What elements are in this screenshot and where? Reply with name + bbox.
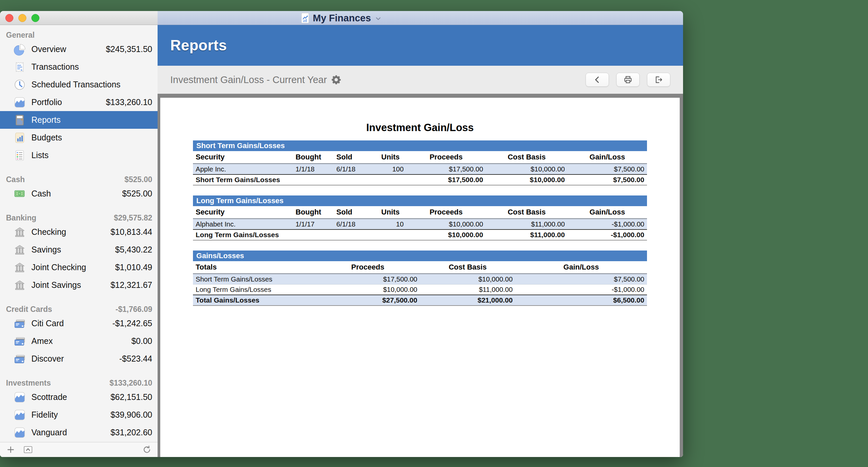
export-icon — [654, 75, 663, 84]
sidebar-item-scheduled-transactions[interactable]: Scheduled Transactions — [0, 76, 158, 93]
gear-icon[interactable] — [331, 74, 342, 85]
app-window: My Finances General Overview $245,351.50… — [0, 11, 683, 457]
column-header-cost-basis: Cost Basis — [486, 206, 567, 219]
bank-icon — [13, 226, 26, 238]
clock-icon — [13, 78, 26, 91]
report-title-group: Investment Gain/Loss - Current Year — [170, 74, 586, 86]
table-row: Short Term Gains/Losses$17,500.00$10,000… — [193, 274, 647, 285]
sidebar-section-header: General — [0, 30, 158, 40]
page-title: Reports — [170, 37, 227, 54]
sidebar-section-header: Cash $525.00 — [0, 174, 158, 185]
sidebar-item-amex[interactable]: Amex $0.00 — [0, 332, 158, 350]
sidebar-item-transactions[interactable]: Transactions — [0, 58, 158, 76]
column-header-units: Units — [375, 151, 406, 164]
section-label: Banking — [6, 213, 114, 223]
column-header-sold: Sold — [334, 151, 375, 164]
sidebar-item-vanguard[interactable]: Vanguard $31,202.60 — [0, 424, 158, 441]
sidebar-item-budgets[interactable]: Budgets — [0, 129, 158, 146]
bank-icon — [13, 279, 26, 292]
column-header-cost-basis: Cost Basis — [486, 151, 567, 164]
column-header-proceeds: Proceeds — [406, 151, 486, 164]
calculator-icon — [13, 114, 26, 126]
sidebar-item-amount: $5,430.22 — [115, 245, 152, 255]
titlebar[interactable]: My Finances — [0, 11, 683, 25]
area-chart-icon — [13, 426, 26, 439]
table-total-row: Total Gains/Losses$27,500.00$21,000.00$6… — [193, 295, 647, 305]
refresh-button[interactable] — [142, 445, 152, 454]
report-heading: Investment Gain/Loss — [160, 122, 680, 134]
sidebar-item-overview[interactable]: Overview $245,351.50 — [0, 40, 158, 58]
window-body: General Overview $245,351.50 Transaction… — [0, 25, 683, 457]
column-header-bought: Bought — [293, 151, 334, 164]
sidebar-item-amount: $39,906.00 — [111, 410, 152, 420]
sidebar-item-amount: $1,010.49 — [115, 263, 152, 272]
pie-chart-icon — [13, 43, 26, 56]
sidebar-item-reports[interactable]: Reports — [0, 111, 158, 129]
list-icon — [13, 149, 26, 162]
table-row: Apple Inc.1/1/186/1/18100$17,500.00$10,0… — [193, 164, 647, 175]
sidebar-item-portfolio[interactable]: Portfolio $133,260.10 — [0, 93, 158, 111]
sidebar-item-label: Lists — [31, 151, 152, 160]
report-table-short-term-gains-losses: Short Term Gains/Losses SecurityBoughtSo… — [193, 140, 647, 186]
sidebar-section-general: General Overview $245,351.50 Transaction… — [0, 30, 158, 164]
export-button[interactable] — [647, 73, 670, 87]
report-toolbar: Investment Gain/Loss - Current Year — [158, 66, 683, 94]
sidebar-item-cash[interactable]: Cash $525.00 — [0, 185, 158, 202]
credit-card-icon — [13, 353, 26, 365]
sidebar-section-header: Banking $29,575.82 — [0, 212, 158, 223]
sidebar-item-label: Fidelity — [31, 410, 111, 420]
column-header-gain-loss: Gain/Loss — [516, 261, 647, 274]
sidebar-item-joint-checking[interactable]: Joint Checking $1,010.49 — [0, 259, 158, 276]
section-amount: $525.00 — [125, 175, 152, 184]
column-header-gain-loss: Gain/Loss — [567, 206, 647, 219]
sidebar-item-amount: -$523.44 — [119, 354, 152, 364]
sidebar-item-label: Joint Savings — [31, 280, 111, 290]
section-amount: $29,575.82 — [114, 213, 152, 223]
section-label: Credit Cards — [6, 305, 116, 314]
sidebar-item-savings[interactable]: Savings $5,430.22 — [0, 241, 158, 259]
sidebar-item-label: Transactions — [31, 62, 152, 72]
sidebar-section-header: Credit Cards -$1,766.09 — [0, 304, 158, 314]
sidebar-item-lists[interactable]: Lists — [0, 146, 158, 164]
table-header-row: SecurityBoughtSoldUnitsProceedsCost Basi… — [193, 151, 647, 164]
chevron-left-button[interactable] — [586, 73, 609, 87]
sidebar-item-fidelity[interactable]: Fidelity $39,906.00 — [0, 406, 158, 424]
sidebar-item-discover[interactable]: Discover -$523.44 — [0, 350, 158, 368]
table-total-row: Short Term Gains/Losses$17,500.00$10,000… — [193, 174, 647, 185]
printer-icon — [624, 75, 632, 84]
area-chart-icon — [13, 391, 26, 404]
sidebar-item-amount: $31,202.60 — [111, 428, 152, 437]
sidebar-item-label: Vanguard — [31, 428, 111, 437]
area-chart-icon — [13, 96, 26, 109]
main-panel: Reports Investment Gain/Loss - Current Y… — [158, 25, 683, 457]
sidebar-item-label: Checking — [31, 227, 111, 237]
printer-button[interactable] — [616, 73, 640, 87]
column-header-sold: Sold — [334, 206, 375, 219]
column-header-proceeds: Proceeds — [315, 261, 420, 274]
sidebar-item-checking[interactable]: Checking $10,813.44 — [0, 223, 158, 241]
sidebar-item-amount: -$1,242.65 — [112, 319, 152, 328]
table-row: Alphabet Inc.1/1/176/1/1810$10,000.00$11… — [193, 219, 647, 230]
report-tables: Short Term Gains/Losses SecurityBoughtSo… — [160, 140, 680, 306]
sidebar-item-scottrade[interactable]: Scottrade $62,151.50 — [0, 388, 158, 406]
sidebar-item-label: Budgets — [31, 133, 152, 142]
add-account-button[interactable] — [6, 445, 16, 454]
sidebar-item-citi-card[interactable]: Citi Card -$1,242.65 — [0, 314, 158, 332]
collapse-sidebar-button[interactable] — [23, 445, 33, 454]
column-header-gain-loss: Gain/Loss — [567, 151, 647, 164]
chevron-down-icon[interactable] — [375, 14, 382, 22]
credit-card-icon — [13, 335, 26, 347]
column-header-bought: Bought — [293, 206, 334, 219]
bank-icon — [13, 243, 26, 256]
sidebar-section-cash: Cash $525.00 Cash $525.00 — [0, 174, 158, 202]
table-total-row: Long Term Gains/Losses$10,000.00$11,000.… — [193, 230, 647, 240]
sidebar-bottombar — [0, 442, 158, 457]
sidebar-item-label: Amex — [31, 336, 131, 346]
main-header: Reports — [158, 25, 683, 66]
sidebar-item-label: Scottrade — [31, 392, 111, 402]
toolbar-buttons — [586, 73, 670, 87]
sidebar-item-label: Reports — [31, 115, 152, 125]
sidebar-item-joint-savings[interactable]: Joint Savings $12,321.67 — [0, 276, 158, 294]
column-header-units: Units — [375, 206, 406, 219]
section-items: Citi Card -$1,242.65 Amex $0.00 Discover… — [0, 314, 158, 368]
